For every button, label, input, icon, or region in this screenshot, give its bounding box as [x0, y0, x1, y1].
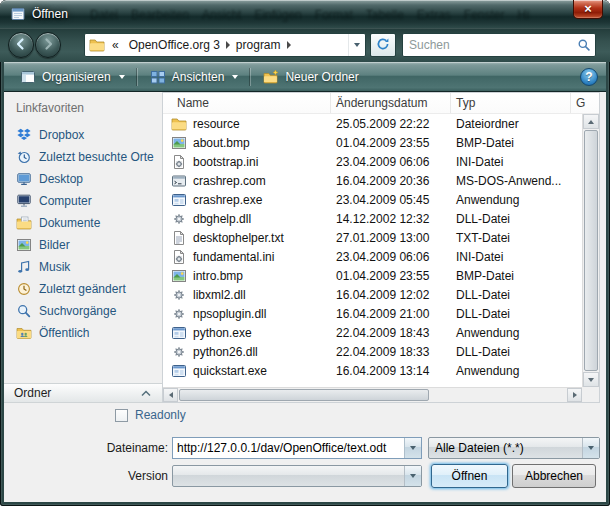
filetype-dropdown-button[interactable]	[582, 438, 599, 458]
file-type: DLL-Datei	[451, 345, 571, 359]
file-name: intro.bmp	[193, 269, 243, 283]
sidebar-item-desktop[interactable]: Desktop	[4, 168, 162, 190]
sidebar-item-zuletzt-geaendert[interactable]: Zuletzt geändert	[4, 278, 162, 300]
help-button[interactable]: ?	[580, 68, 598, 86]
file-type: INI-Datei	[451, 250, 571, 264]
file-name-cell: libxml2.dll	[163, 287, 331, 303]
file-row-libxml2-dll[interactable]: libxml2.dll16.04.2009 12:02DLL-Datei	[163, 285, 582, 304]
address-bar[interactable]: «OpenOffice.org 3program	[84, 33, 366, 57]
file-date: 22.04.2009 18:43	[331, 326, 451, 340]
file-name: resource	[193, 117, 240, 131]
file-row-crashrep-com[interactable]: crashrep.com16.04.2009 20:36MS-DOS-Anwen…	[163, 171, 582, 190]
file-row-crashrep-exe[interactable]: crashrep.exe23.04.2009 05:45Anwendung	[163, 190, 582, 209]
column-header-typ[interactable]: Typ	[451, 93, 571, 113]
sidebar-item-label: Computer	[39, 194, 92, 208]
scroll-down-button[interactable]	[583, 372, 599, 387]
address-history-button[interactable]	[348, 34, 365, 56]
file-date: 16.04.2009 12:02	[331, 288, 451, 302]
open-button[interactable]: Öffnen	[431, 464, 508, 488]
ghost-menu-item: Hilfe	[518, 8, 530, 22]
file-name-cell: crashrep.exe	[163, 192, 331, 208]
filetype-select[interactable]: Alle Dateien (*.*)	[428, 437, 600, 459]
column-header-g[interactable]: G	[571, 93, 599, 113]
breadcrumb-item-openoffice-org-3[interactable]: OpenOffice.org 3	[124, 34, 225, 56]
file-row-npsoplugin-dll[interactable]: npsoplugin.dll16.04.2009 21:00DLL-Datei	[163, 304, 582, 323]
exe-icon	[171, 363, 187, 379]
sidebar-item-dokumente[interactable]: Dokumente	[4, 212, 162, 234]
version-select[interactable]	[172, 465, 422, 487]
search-input[interactable]	[403, 38, 573, 52]
dialog-icon	[10, 6, 26, 22]
folders-bar[interactable]: Ordner	[4, 383, 162, 403]
file-row-python26-dll[interactable]: python26.dll22.04.2009 18:33DLL-Datei	[163, 342, 582, 361]
file-type: Dateiordner	[451, 117, 571, 131]
open-dialog-window: Öffnen DateiBearbeitenAnsichtEinfügenFor…	[0, 0, 610, 506]
toolbar-button-label: Organisieren	[42, 70, 111, 84]
file-type: DLL-Datei	[451, 212, 571, 226]
scroll-right-button[interactable]	[567, 388, 582, 402]
file-row-desktophelper-txt[interactable]: desktophelper.txt27.01.2009 13:00TXT-Dat…	[163, 228, 582, 247]
file-type: MS-DOS-Anwend...	[451, 174, 571, 188]
titlebar[interactable]: Öffnen DateiBearbeitenAnsichtEinfügenFor…	[0, 0, 610, 28]
file-row-resource[interactable]: resource25.05.2009 22:22Dateiordner	[163, 114, 582, 133]
column-header-aenderungsdatum[interactable]: Änderungsdatum	[331, 93, 451, 113]
vertical-scroll-thumb[interactable]	[584, 130, 598, 371]
back-button[interactable]	[8, 32, 34, 58]
documents-icon	[16, 215, 32, 231]
sidebar-item-bilder[interactable]: Bilder	[4, 234, 162, 256]
filename-input[interactable]	[173, 438, 404, 458]
horizontal-scroll-thumb[interactable]	[179, 389, 429, 401]
close-button[interactable]: ×	[573, 0, 603, 19]
file-row-intro-bmp[interactable]: intro.bmp01.04.2009 23:55BMP-Datei	[163, 266, 582, 285]
file-row-bootstrap-ini[interactable]: bootstrap.ini23.04.2009 06:06INI-Datei	[163, 152, 582, 171]
sidebar-item-oeffentlich[interactable]: Öffentlich	[4, 322, 162, 344]
sidebar-item-suchvorgaenge[interactable]: Suchvorgänge	[4, 300, 162, 322]
column-header-name[interactable]: Name	[163, 93, 331, 113]
breadcrumb-item-program[interactable]: program	[231, 34, 286, 56]
horizontal-scrollbar[interactable]	[163, 387, 582, 402]
toolbar-ansichten[interactable]: Ansichten	[142, 65, 247, 89]
sidebar-item-zuletzt-besuchte-orte[interactable]: Zuletzt besuchte Orte	[4, 146, 162, 168]
scrollbar-corner	[582, 387, 599, 402]
filename-dropdown-button[interactable]	[404, 438, 421, 458]
scroll-up-button[interactable]	[583, 114, 599, 129]
file-row-quickstart-exe[interactable]: quickstart.exe16.04.2009 13:14Anwendung	[163, 361, 582, 380]
search-icon[interactable]	[573, 38, 595, 52]
readonly-checkbox[interactable]	[115, 409, 128, 422]
refresh-icon	[375, 36, 391, 55]
new-folder-icon	[263, 69, 279, 85]
vertical-scrollbar[interactable]	[582, 114, 599, 387]
file-row-fundamental-ini[interactable]: fundamental.ini23.04.2009 06:06INI-Datei	[163, 247, 582, 266]
file-name: npsoplugin.dll	[193, 307, 266, 321]
sidebar-items: DropboxZuletzt besuchte OrteDesktopCompu…	[4, 124, 162, 344]
scroll-left-button[interactable]	[163, 388, 178, 402]
desktop-icon	[16, 171, 32, 187]
forward-button[interactable]	[35, 32, 61, 58]
triangle-left-icon	[169, 392, 173, 398]
toolbar-neuer-ordner[interactable]: Neuer Ordner	[255, 65, 366, 89]
ghost-menu-item: Extras	[417, 8, 451, 22]
toolbar-button-label: Ansichten	[172, 70, 225, 84]
toolbar-organisieren[interactable]: Organisieren	[12, 65, 133, 89]
file-name: about.bmp	[193, 136, 250, 150]
file-row-python-exe[interactable]: python.exe22.04.2009 18:43Anwendung	[163, 323, 582, 342]
sidebar-item-musik[interactable]: Musik	[4, 256, 162, 278]
refresh-button[interactable]	[370, 33, 396, 57]
file-date: 25.05.2009 22:22	[331, 117, 451, 131]
file-row-dbghelp-dll[interactable]: dbghelp.dll14.12.2002 12:32DLL-Datei	[163, 209, 582, 228]
file-row-about-bmp[interactable]: about.bmp01.04.2009 23:55BMP-Datei	[163, 133, 582, 152]
sidebar-item-computer[interactable]: Computer	[4, 190, 162, 212]
dll-icon	[171, 287, 187, 303]
version-dropdown-button[interactable]	[404, 466, 421, 486]
file-name: crashrep.exe	[193, 193, 262, 207]
file-date: 16.04.2009 20:36	[331, 174, 451, 188]
toolbar-button-label: Neuer Ordner	[285, 70, 358, 84]
com-icon	[171, 173, 187, 189]
chevron-down-icon	[410, 446, 416, 450]
sidebar-item-dropbox[interactable]: Dropbox	[4, 124, 162, 146]
ghost-menu: DateiBearbeitenAnsichtEinfügenFormatTabe…	[90, 8, 530, 22]
cancel-button[interactable]: Abbrechen	[512, 464, 596, 488]
breadcrumb-overflow[interactable]: «	[107, 34, 124, 56]
bmp-icon	[171, 268, 187, 284]
command-toolbar: OrganisierenAnsichtenNeuer Ordner ?	[4, 62, 606, 92]
